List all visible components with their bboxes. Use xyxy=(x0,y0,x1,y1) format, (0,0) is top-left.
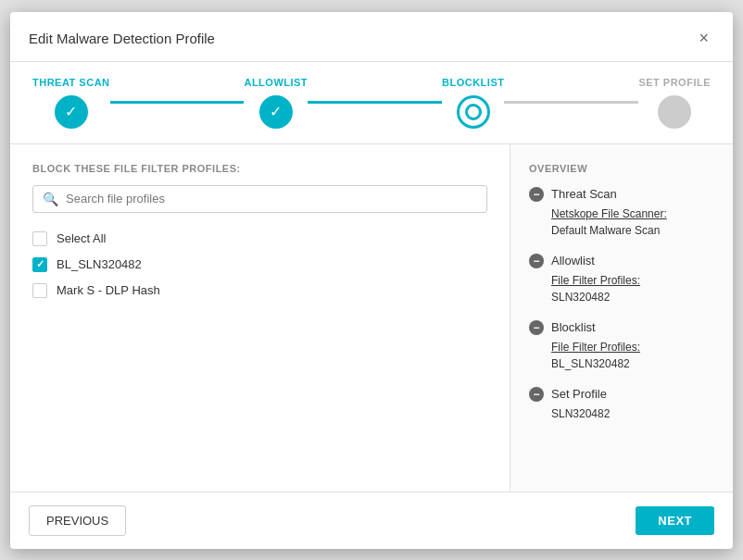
next-button[interactable]: NEXT xyxy=(636,506,714,535)
search-icon: 🔍 xyxy=(43,192,58,206)
step-circle-allowlist: ✓ xyxy=(259,95,293,129)
circle-icon-blocklist xyxy=(465,104,482,120)
right-panel: OVERVIEW − Threat Scan Netskope File Sca… xyxy=(510,144,733,492)
step-label-set-profile: SET PROFILE xyxy=(638,77,711,88)
modal-header: Edit Malware Detection Profile × xyxy=(10,12,733,62)
left-panel: BLOCK THESE FILE FILTER PROFILES: 🔍 Sele… xyxy=(10,144,510,492)
search-input[interactable] xyxy=(66,192,477,205)
step-circle-threat-scan: ✓ xyxy=(55,95,88,129)
overview-threat-scan-title: Threat Scan xyxy=(551,187,617,201)
overview-threat-scan-header: − Threat Scan xyxy=(529,187,714,202)
overview-set-profile: − Set Profile SLN320482 xyxy=(529,387,714,422)
select-all-row: Select All xyxy=(32,226,487,252)
overview-set-profile-text: SLN320482 xyxy=(551,407,610,420)
overview-allowlist-text: SLN320482 xyxy=(551,291,610,304)
item-label-0: BL_SLN320482 xyxy=(57,257,142,271)
overview-threat-scan-text: Default Malware Scan xyxy=(551,224,660,237)
select-all-checkbox[interactable] xyxy=(32,231,47,246)
overview-threat-scan-detail: Netskope File Scanner: Default Malware S… xyxy=(551,205,714,239)
overview-allowlist-detail: File Filter Profiles: SLN320482 xyxy=(551,272,714,305)
overview-threat-scan-underline: Netskope File Scanner: xyxy=(551,205,714,222)
overview-set-profile-header: − Set Profile xyxy=(529,387,714,402)
item-row-0: BL_SLN320482 xyxy=(32,252,487,278)
step-label-allowlist: ALLOWLIST xyxy=(244,77,308,88)
minus-icon-allowlist: − xyxy=(529,254,544,268)
check-icon-allowlist: ✓ xyxy=(270,103,282,120)
overview-blocklist: − Blocklist File Filter Profiles: BL_SLN… xyxy=(529,320,714,372)
modal-footer: PREVIOUS NEXT xyxy=(10,492,733,549)
search-box[interactable]: 🔍 xyxy=(32,185,487,213)
overview-blocklist-detail: File Filter Profiles: BL_SLN320482 xyxy=(551,339,714,372)
item-label-1: Mark S - DLP Hash xyxy=(57,283,160,297)
step-line-3 xyxy=(504,101,638,104)
left-section-label: BLOCK THESE FILE FILTER PROFILES: xyxy=(32,163,487,174)
overview-blocklist-underline: File Filter Profiles: xyxy=(551,339,714,355)
step-set-profile: SET PROFILE xyxy=(638,77,711,129)
overview-blocklist-title: Blocklist xyxy=(551,320,596,334)
step-line-2 xyxy=(308,101,442,104)
minus-icon-threat-scan: − xyxy=(529,187,544,202)
overview-set-profile-title: Set Profile xyxy=(551,387,607,401)
overview-allowlist: − Allowlist File Filter Profiles: SLN320… xyxy=(529,254,714,305)
overview-allowlist-header: − Allowlist xyxy=(529,254,714,268)
step-blocklist: BLOCKLIST xyxy=(442,77,504,129)
modal-title: Edit Malware Detection Profile xyxy=(29,31,215,46)
overview-allowlist-title: Allowlist xyxy=(551,254,595,268)
overview-blocklist-header: − Blocklist xyxy=(529,320,714,335)
step-label-blocklist: BLOCKLIST xyxy=(442,77,504,88)
minus-icon-blocklist: − xyxy=(529,320,544,335)
step-line-1 xyxy=(110,101,245,104)
step-circle-blocklist xyxy=(457,95,490,129)
overview-set-profile-detail: SLN320482 xyxy=(551,405,714,422)
step-threat-scan: THREAT SCAN ✓ xyxy=(32,77,110,129)
item-row-1: Mark S - DLP Hash xyxy=(32,278,487,304)
modal: Edit Malware Detection Profile × THREAT … xyxy=(10,12,733,549)
overview-threat-scan: − Threat Scan Netskope File Scanner: Def… xyxy=(529,187,714,239)
overview-label: OVERVIEW xyxy=(529,163,714,174)
item-checkbox-1[interactable] xyxy=(32,283,47,298)
close-button[interactable]: × xyxy=(693,27,714,50)
overview-blocklist-text: BL_SLN320482 xyxy=(551,357,630,370)
step-label-threat-scan: THREAT SCAN xyxy=(32,77,110,88)
select-all-label: Select All xyxy=(57,231,106,245)
overview-allowlist-underline: File Filter Profiles: xyxy=(551,272,714,289)
minus-icon-set-profile: − xyxy=(529,387,544,402)
modal-body: BLOCK THESE FILE FILTER PROFILES: 🔍 Sele… xyxy=(10,144,733,492)
step-circle-set-profile xyxy=(658,95,691,129)
previous-button[interactable]: PREVIOUS xyxy=(29,505,126,536)
step-allowlist: ALLOWLIST ✓ xyxy=(244,77,308,129)
stepper: THREAT SCAN ✓ ALLOWLIST ✓ BLOCKLIST xyxy=(10,62,733,144)
check-icon-threat-scan: ✓ xyxy=(65,103,77,120)
item-checkbox-0[interactable] xyxy=(32,257,47,272)
